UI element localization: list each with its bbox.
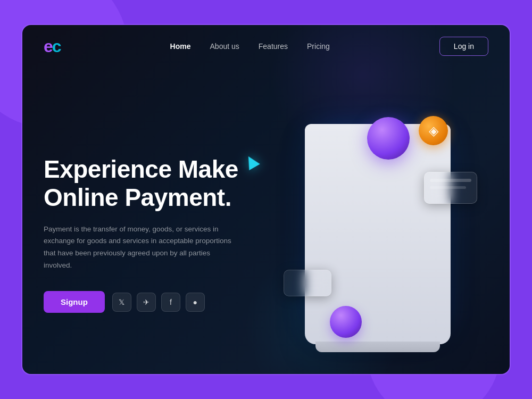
logo-letter1: e xyxy=(44,37,52,56)
nav-links: Home About us Features Pricing xyxy=(170,41,330,51)
sphere-bottom xyxy=(330,306,362,338)
ethereum-coin xyxy=(419,116,448,145)
page-background: ec Home About us Features Pricing xyxy=(21,24,511,375)
twitter-button[interactable]: 𝕏 xyxy=(112,293,131,312)
logo-letter2: c xyxy=(52,37,61,56)
snapchat-icon: ● xyxy=(193,298,197,306)
telegram-icon: ✈ xyxy=(143,298,149,306)
facebook-icon: f xyxy=(170,298,172,306)
facebook-button[interactable]: f xyxy=(161,293,180,312)
glass-card-bottom xyxy=(284,270,331,296)
hero-description: Payment is the transfer of money, goods,… xyxy=(44,223,235,272)
hero-section: Experience Make Online Payment. Payment … xyxy=(22,68,510,374)
nav-item-features[interactable]: Features xyxy=(259,41,288,51)
phone-illustration: ✓ xyxy=(314,128,442,330)
nav-link-features[interactable]: Features xyxy=(259,42,288,51)
nav-item-pricing[interactable]: Pricing xyxy=(307,41,330,51)
login-button[interactable]: Log in xyxy=(439,37,488,56)
navbar: ec Home About us Features Pricing xyxy=(22,25,510,68)
glass-card-right xyxy=(424,172,477,204)
snapchat-button[interactable]: ● xyxy=(186,293,205,312)
phone-body: ✓ xyxy=(314,128,442,330)
nav-link-about[interactable]: About us xyxy=(210,42,239,51)
hero-actions: Signup 𝕏 ✈ f ● xyxy=(44,291,267,313)
outer-frame: ec Home About us Features Pricing xyxy=(21,24,511,375)
nav-item-about[interactable]: About us xyxy=(210,41,239,51)
nav-item-home[interactable]: Home xyxy=(170,41,191,51)
hero-heading-line2: Online Payment. xyxy=(44,184,231,211)
nav-link-home[interactable]: Home xyxy=(170,42,191,51)
hero-right: ▲ xyxy=(267,96,488,362)
hero-heading-line1: Experience Make xyxy=(44,155,238,183)
nav-link-pricing[interactable]: Pricing xyxy=(307,42,330,51)
hero-left: Experience Make Online Payment. Payment … xyxy=(44,145,267,313)
twitter-icon: 𝕏 xyxy=(119,298,124,306)
sphere-top xyxy=(367,117,410,160)
nav-right: Log in xyxy=(439,37,488,56)
telegram-button[interactable]: ✈ xyxy=(137,293,156,312)
logo[interactable]: ec xyxy=(44,38,61,55)
hero-heading: Experience Make Online Payment. xyxy=(44,155,267,212)
main-container: ec Home About us Features Pricing xyxy=(22,25,510,374)
signup-button[interactable]: Signup xyxy=(44,291,105,313)
social-icons: 𝕏 ✈ f ● xyxy=(112,293,205,312)
